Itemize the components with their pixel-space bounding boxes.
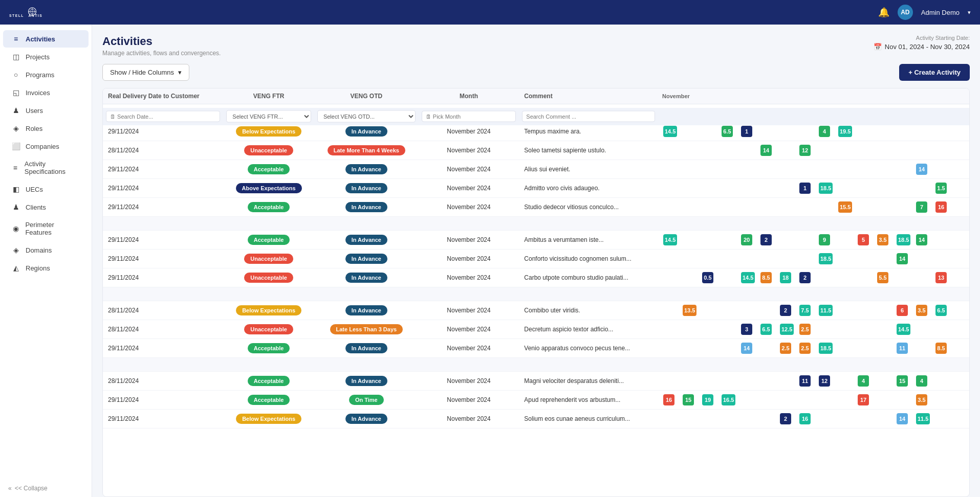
cal-value-16-8: 16 (799, 413, 811, 424)
sidebar-icon-users: ♟ (11, 106, 20, 115)
table-row: 28/11/2024 Below Expectations In Advance… (103, 301, 969, 320)
content-header: Activities Manage activities, flows and … (102, 35, 970, 57)
select-veng-otd[interactable]: Select VENG OTD... (317, 110, 416, 123)
cell-comment: Carbo utpote comburo studio paulati... (519, 268, 658, 287)
cal-value-10-15: 6.5 (935, 305, 947, 316)
cal-cell-empty-10-12 (872, 301, 891, 320)
cal-cell-empty-11-11 (853, 320, 872, 339)
cal-value-16-7: 2 (780, 413, 791, 424)
cell-veng-ftr: Below Expectations (223, 301, 314, 320)
pick-month-input[interactable] (422, 111, 516, 122)
calendar-icon: 📅 (874, 43, 882, 51)
sidebar-item-regions[interactable]: ◭Regions (3, 259, 89, 277)
sidebar-icon-regions: ◭ (11, 264, 20, 272)
chevron-down-icon[interactable]: ▾ (968, 9, 971, 16)
search-comment-input[interactable] (522, 111, 655, 122)
cal-value-11-7: 12.5 (780, 324, 794, 335)
cal-cell-14-14: 4 (911, 372, 930, 391)
sidebar-label-companies: Companies (26, 143, 59, 150)
cal-value-0-9: 4 (819, 126, 830, 137)
cell-comment: Solium eos cunae aeneus curriculum... (519, 410, 658, 428)
cal-cell-empty-10-5 (736, 301, 755, 320)
cell-comment: Magni velociter desparatus deleniti... (519, 372, 658, 391)
sidebar-item-programs[interactable]: ○Programs (3, 66, 89, 83)
toolbar: Show / Hide Columns ▾ + Create Activity (102, 64, 970, 81)
cell-veng-otd: Late More Than 4 Weeks (314, 141, 419, 160)
cal-cell-8-5: 14.5 (736, 268, 755, 287)
veng-ftr-badge: Unacceptable (244, 254, 293, 264)
cell-real-delivery: 29/11/2024 (103, 339, 223, 358)
cal-cell-empty-12-10 (833, 339, 853, 358)
cal-cell-empty-3-12 (872, 179, 891, 198)
bell-icon[interactable]: 🔔 (878, 7, 889, 18)
cal-cell-empty-8-16 (950, 268, 969, 287)
cal-cell-empty-4-4 (716, 198, 736, 217)
sidebar-item-companies[interactable]: ⬜Companies (3, 138, 89, 155)
cal-cell-empty-16-5 (736, 410, 755, 428)
cal-cell-6-5: 20 (736, 231, 755, 250)
show-hide-columns-button[interactable]: Show / Hide Columns ▾ (102, 64, 189, 81)
filter-real-delivery[interactable] (103, 107, 223, 125)
cal-value-11-6: 6.5 (760, 324, 772, 335)
search-date-input[interactable] (106, 111, 220, 122)
cal-cell-empty-12-2 (678, 339, 697, 358)
table-row: 29/11/2024 Acceptable In Advance Novembe… (103, 339, 969, 358)
sidebar-item-activities[interactable]: ≡Activities (3, 30, 89, 48)
veng-ftr-badge: Below Expectations (236, 126, 301, 137)
sidebar-item-users[interactable]: ♟Users (3, 102, 89, 119)
cal-value-1-6: 14 (760, 145, 772, 156)
cal-cell-empty-15-8 (794, 391, 814, 410)
cal-cell-1-8: 12 (794, 141, 814, 160)
cal-cell-empty-7-4 (716, 250, 736, 268)
cal-cell-4-15: 16 (930, 198, 950, 217)
cal-cell-empty-3-2 (678, 179, 697, 198)
sidebar-label-domains: Domains (26, 246, 52, 254)
cal-cell-empty-7-5 (736, 250, 755, 268)
sidebar-item-uecs[interactable]: ◧UECs (3, 180, 89, 198)
filter-month[interactable] (419, 107, 519, 125)
cal-cell-10-9: 11.5 (814, 301, 833, 320)
cell-veng-ftr: Above Expectations (223, 179, 314, 198)
table-wrapper[interactable]: Real Delivery Date to Customer VENG FTR … (102, 88, 970, 497)
cal-value-15-3: 19 (702, 394, 713, 405)
cal-cell-empty-4-2 (678, 198, 697, 217)
cal-value-0-5: 1 (741, 126, 752, 137)
sidebar-item-invoices[interactable]: ◱Invoices (3, 84, 89, 101)
topnav: STELL ANTIS 🔔 AD Admin Demo ▾ (0, 0, 980, 25)
sidebar-item-roles[interactable]: ◈Roles (3, 120, 89, 137)
cell-real-delivery: 28/11/2024 (103, 372, 223, 391)
user-name[interactable]: Admin Demo (921, 9, 960, 16)
cal-cell-11-13: 14.5 (891, 320, 911, 339)
filter-veng-otd[interactable]: Select VENG OTD... (314, 107, 419, 125)
create-activity-button[interactable]: + Create Activity (899, 64, 970, 81)
sidebar-item-projects[interactable]: ◫Projects (3, 48, 89, 65)
group-row-cell (103, 287, 969, 301)
sidebar-collapse[interactable]: « << Collapse (0, 480, 92, 497)
select-veng-ftr[interactable]: Select VENG FTR... (226, 110, 311, 123)
sidebar-item-domains[interactable]: ◈Domains (3, 241, 89, 259)
cal-value-14-11: 4 (858, 375, 869, 387)
cal-cell-empty-3-10 (833, 179, 853, 198)
sidebar-label-regions: Regions (26, 264, 50, 272)
cell-veng-ftr: Unacceptable (223, 141, 314, 160)
sidebar-item-activity-specs[interactable]: ≡Activity Specifications (3, 155, 89, 180)
cal-value-3-15: 1.5 (935, 183, 947, 194)
cal-cell-empty-14-16 (950, 372, 969, 391)
cal-value-4-10: 15.5 (838, 201, 852, 213)
cal-cell-14-9: 12 (814, 372, 833, 391)
cal-value-12-13: 11 (897, 343, 908, 354)
cal-cell-empty-8-13 (891, 268, 911, 287)
cal-cell-empty-2-11 (853, 160, 872, 179)
cell-veng-ftr: Unacceptable (223, 320, 314, 339)
cal-cell-11-8: 2.5 (794, 320, 814, 339)
sidebar-label-uecs: UECs (26, 186, 43, 193)
veng-ftr-badge: Acceptable (248, 235, 290, 245)
veng-ftr-badge: Acceptable (248, 164, 290, 174)
veng-ftr-badge: Acceptable (248, 395, 290, 405)
cal-cell-8-3: 0.5 (697, 268, 716, 287)
filter-veng-ftr[interactable]: Select VENG FTR... (223, 107, 314, 125)
cal-cell-empty-2-5 (736, 160, 755, 179)
sidebar-item-clients[interactable]: ♟Clients (3, 198, 89, 216)
sidebar-item-perimeter-features[interactable]: ◉Perimeter Features (3, 216, 89, 241)
filter-comment[interactable] (519, 107, 658, 125)
